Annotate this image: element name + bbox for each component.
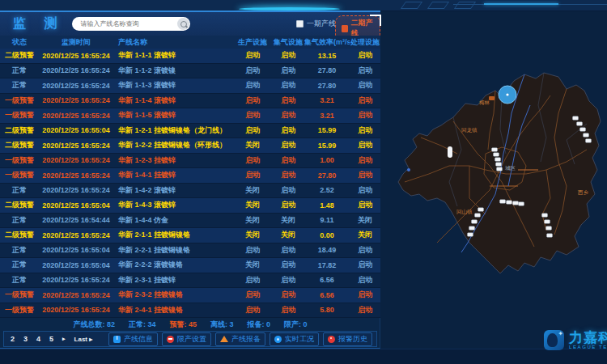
phase1-label: 一期产线 [307, 19, 336, 29]
brand-name-en: LEAGUE TECH [569, 345, 607, 349]
legend-button-info[interactable]: 产线信息 [108, 332, 158, 346]
table-cell: 启动 [233, 50, 272, 61]
table-cell: 华新 1-1-4 滚镀锌 [113, 95, 233, 106]
table-cell: 启动 [233, 155, 272, 166]
factory-marker[interactable] [472, 220, 478, 224]
table-cell: 启动 [233, 170, 272, 180]
table-cell: 关闭 [233, 185, 272, 196]
factory-marker[interactable] [507, 201, 512, 205]
table-cell: 正常 [0, 185, 39, 196]
factory-marker[interactable] [546, 226, 552, 231]
info-icon [113, 336, 121, 343]
table-row[interactable]: 正常2020/12/25 16:55:04华新 2-2-1 挂镀铜镍铬启动启动1… [0, 243, 380, 259]
factory-marker[interactable] [580, 128, 586, 132]
factory-marker[interactable] [545, 220, 550, 224]
table-cell: 华新 1-1-3 滚镀锌 [113, 80, 233, 91]
town-label: 回龙镇 [461, 127, 478, 133]
factory-marker[interactable] [492, 148, 498, 152]
table-cell: 华新 1-4-1 挂镀锌 [113, 170, 233, 180]
city-map: 梅林回龙镇城区西乡回山镇 [380, 11, 607, 349]
table-cell: 华新 1-4-4 仿金 [113, 215, 233, 226]
factory-marker[interactable] [519, 202, 524, 206]
factory-marker[interactable] [586, 139, 592, 143]
search-button[interactable] [177, 18, 189, 30]
legend-button-report[interactable]: 产线报备 [215, 332, 265, 346]
table-row[interactable]: 一级预警2020/12/25 16:55:24华新 1-2-3 挂镀锌启动启动1… [0, 154, 380, 169]
last-page-button[interactable]: Last ▸ [74, 336, 93, 343]
table-row[interactable]: 一级预警2020/12/25 16:55:24华新 1-1-5 滚镀锌启动启动3… [0, 108, 380, 124]
factory-marker[interactable] [584, 133, 589, 138]
table-row[interactable]: 二级预警2020/12/25 16:55:04华新 1-4-3 滚镀锌关闭启动1… [0, 198, 380, 214]
table-cell: 华新 1-1-1 滚镀锌 [113, 50, 233, 61]
panel-header: 监 测 一期产线 二期产线 [0, 11, 380, 36]
deco-line-bright [484, 3, 558, 5]
factory-marker[interactable] [500, 200, 506, 204]
table-row[interactable]: 二级预警2020/12/25 16:55:04华新 1-2-1 挂镀铜镍铬（龙门… [0, 124, 380, 139]
table-header: 状态监测时间产线名称生产设施集气设施集气效率(m³/s)处理设施 [0, 36, 380, 49]
factory-marker[interactable] [577, 122, 583, 126]
page-button[interactable]: 3 [23, 335, 28, 343]
factory-marker[interactable] [573, 116, 579, 121]
search-input[interactable] [72, 19, 172, 28]
table-cell: 2020/12/25 16:55:24 [39, 52, 113, 60]
table-row[interactable]: 二级预警2020/12/25 16:55:24华新 1-2-2 挂镀铜镍铬（环形… [0, 138, 380, 154]
factory-marker[interactable] [513, 201, 519, 205]
table-cell: 启动 [233, 245, 272, 256]
legend-button-status[interactable]: 实时工况 [270, 332, 319, 346]
table-row[interactable]: 正常2020/12/25 16:55:24华新 2-3-1 挂镀锌启动启动6.5… [0, 273, 380, 289]
page-button[interactable]: 5 [49, 335, 53, 343]
summary-bar: 产线总数: 82正常: 34预警: 45离线: 3报备: 0限产: 0 [0, 318, 380, 331]
table-cell: 一级预警 [0, 110, 39, 121]
table-row[interactable]: 正常2020/12/25 16:54:44华新 1-4-4 仿金关闭关闭9.11… [0, 214, 380, 229]
table-cell: 6.56 [304, 276, 350, 284]
page-button[interactable]: 2 [11, 335, 15, 343]
table-row[interactable]: 一级预警2020/12/25 16:55:24华新 2-4-1 挂镀镍铬启动启动… [0, 303, 380, 319]
table-cell: 关闭 [233, 200, 272, 210]
table-cell: 华新 1-2-1 挂镀铜镍铬（龙门线） [113, 125, 233, 136]
table-cell: 启动 [350, 140, 380, 150]
legend-label: 产线报备 [231, 334, 261, 345]
table-cell: 华新 2-2-2 滚镀镍铬 [113, 260, 233, 270]
legend-button-alarm[interactable]: 报警历史 [323, 332, 372, 346]
table-row[interactable]: 正常2020/12/25 16:55:24华新 1-4-2 滚镀锌关闭启动2.5… [0, 184, 380, 199]
phase1-checkbox[interactable]: 一期产线 [296, 19, 336, 29]
factory-marker[interactable] [478, 208, 484, 212]
table-cell: 启动 [272, 155, 304, 166]
table-row[interactable]: 二级预警2020/12/25 16:55:24华新 1-1-1 滚镀锌启动启动1… [0, 49, 380, 64]
next-page-icon[interactable]: ▸ [62, 336, 66, 342]
table-cell: 华新 2-2-1 挂镀铜镍铬 [113, 245, 233, 256]
table-cell: 启动 [350, 170, 380, 180]
legend-label: 限产设置 [177, 334, 206, 345]
table-cell: 启动 [350, 110, 380, 121]
table-cell: 一级预警 [0, 170, 39, 180]
table-row[interactable]: 正常2020/12/25 16:55:04华新 2-2-2 滚镀镍铬关闭启动17… [0, 258, 380, 273]
table-cell: 启动 [350, 260, 380, 270]
factory-marker[interactable] [475, 214, 481, 218]
factory-marker[interactable] [547, 234, 553, 238]
factory-marker[interactable] [468, 233, 473, 237]
summary-item: 预警: 45 [169, 320, 197, 330]
table-cell: 1.00 [304, 156, 350, 164]
table-cell: 关闭 [233, 260, 272, 270]
factory-marker[interactable] [497, 167, 503, 171]
factory-marker[interactable] [496, 163, 502, 167]
factory-marker[interactable] [495, 158, 501, 162]
table-cell: 一级预警 [0, 155, 39, 166]
table-row[interactable]: 一级预警2020/12/25 16:55:24华新 1-4-1 挂镀锌启动启动2… [0, 168, 380, 184]
table-cell: 启动 [233, 66, 272, 76]
table-row[interactable]: 一级预警2020/12/25 16:55:24华新 1-1-4 滚镀锌启动启动3… [0, 94, 380, 109]
table-row[interactable]: 正常2020/12/25 16:55:24华新 1-1-2 滚镀镍启动启动27.… [0, 64, 380, 79]
page-button[interactable]: 4 [36, 335, 40, 343]
town-label: 城区 [505, 165, 516, 171]
table-cell: 启动 [272, 170, 304, 180]
cluster-highlight-marker[interactable] [499, 86, 516, 104]
table-cell: 启动 [233, 125, 272, 136]
bottom-toolbar: 2345▸Last ▸ 产线信息限产设置产线报备实时工况报警历史 [3, 331, 377, 347]
factory-marker[interactable] [542, 214, 548, 218]
legend-button-limit[interactable]: 限产设置 [162, 332, 211, 346]
table-row[interactable]: 二级预警2020/12/25 16:55:24华新 2-1-1 挂镀铜镍铬关闭关… [0, 228, 380, 243]
factory-marker[interactable] [469, 226, 475, 231]
table-row[interactable]: 正常2020/12/25 16:55:24华新 1-1-3 滚镀锌启动启动27.… [0, 78, 380, 94]
table-row[interactable]: 一级预警2020/12/25 16:55:24华新 2-3-2 挂镀镍铬启动启动… [0, 288, 380, 303]
factory-marker[interactable] [494, 153, 499, 157]
